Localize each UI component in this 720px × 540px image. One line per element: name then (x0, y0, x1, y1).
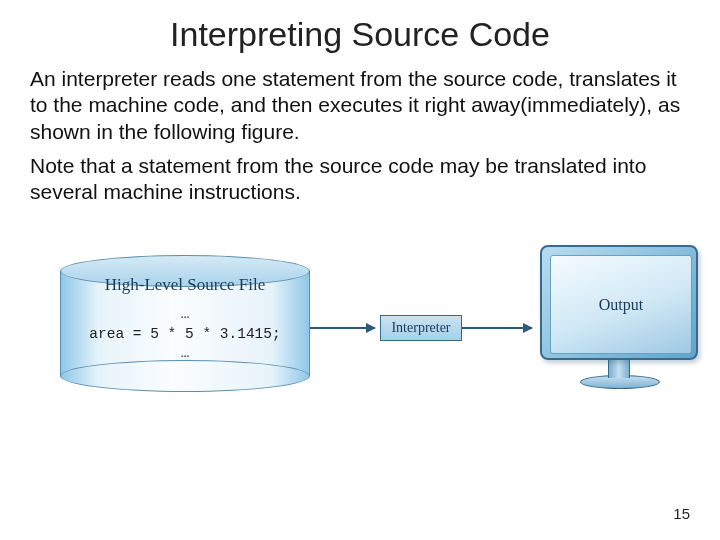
paragraph-2: Note that a statement from the source co… (30, 153, 690, 206)
arrow-to-interpreter-icon (310, 327, 375, 329)
monitor-neck (608, 360, 630, 378)
interpreter-diagram: High-Level Source File … area = 5 * 5 * … (30, 235, 690, 435)
code-ellipsis-bottom: … (60, 344, 310, 364)
monitor-bezel: Output (540, 245, 698, 360)
slide-title: Interpreting Source Code (30, 15, 690, 54)
monitor-screen: Output (550, 255, 692, 354)
code-statement: area = 5 * 5 * 3.1415; (60, 325, 310, 345)
interpreter-box: Interpreter (380, 315, 462, 341)
source-file-cylinder: High-Level Source File … area = 5 * 5 * … (60, 255, 310, 390)
paragraph-1: An interpreter reads one statement from … (30, 66, 690, 145)
arrow-to-output-icon (462, 327, 532, 329)
source-file-label: High-Level Source File (60, 275, 310, 295)
output-monitor-icon: Output (540, 245, 700, 405)
page-number: 15 (673, 505, 690, 522)
output-label: Output (551, 296, 691, 314)
cylinder-bottom (60, 360, 310, 392)
source-code-sample: … area = 5 * 5 * 3.1415; … (60, 305, 310, 364)
code-ellipsis-top: … (60, 305, 310, 325)
